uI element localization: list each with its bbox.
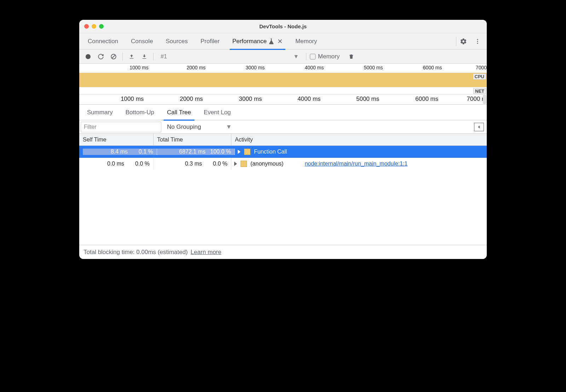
main-ruler[interactable]: 1000 ms 2000 ms 3000 ms 4000 ms 5000 ms … — [79, 94, 487, 105]
table-row[interactable]: 8.4 ms0.1 % 6872.1 ms100.0 % Function Ca… — [79, 146, 487, 158]
tab-performance[interactable]: Performance ✕ — [226, 33, 289, 50]
reload-button[interactable] — [96, 51, 106, 62]
ruler-tick: 5000 ms — [356, 94, 379, 103]
tab-label: Profiler — [201, 38, 220, 45]
grouping-selector[interactable]: No Grouping ▼ — [167, 123, 232, 131]
filter-input[interactable] — [81, 122, 161, 132]
tab-connection[interactable]: Connection — [81, 33, 125, 50]
net-overview-band: NET — [79, 87, 487, 94]
subtab-event-log[interactable]: Event Log — [197, 105, 237, 120]
settings-button[interactable] — [456, 34, 470, 48]
overview-ruler: 1000 ms 2000 ms 3000 ms 4000 ms 5000 ms … — [79, 64, 487, 73]
timeline-overview[interactable]: 1000 ms 2000 ms 3000 ms 4000 ms 5000 ms … — [79, 64, 487, 105]
filter-bar: No Grouping ▼ — [79, 120, 487, 134]
ruler-tick: 7000 — [476, 64, 487, 70]
scroll-handle[interactable] — [483, 95, 486, 104]
ruler-tick: 6000 ms — [423, 64, 442, 70]
subtab-label: Bottom-Up — [126, 109, 154, 116]
ruler-tick: 1000 ms — [121, 94, 144, 103]
net-band-label: NET — [473, 88, 486, 94]
profile-selector[interactable]: #1 ▼ — [157, 51, 302, 62]
cpu-overview-band: CPU — [79, 73, 487, 87]
ruler-tick: 5000 ms — [364, 64, 383, 70]
tab-label: Memory — [295, 38, 317, 45]
cell-activity: Function Call — [235, 149, 483, 155]
subtab-label: Event Log — [204, 109, 231, 116]
cell-self-time: 8.4 ms0.1 % — [83, 149, 157, 155]
close-tab-icon[interactable]: ✕ — [277, 38, 283, 45]
cell-total-time: 6872.1 ms100.0 % — [157, 149, 235, 155]
zoom-window-button[interactable] — [99, 24, 104, 29]
cell-self-time: 0.0 ms0.0 % — [79, 158, 154, 170]
svg-point-0 — [477, 39, 478, 40]
subtab-label: Summary — [87, 109, 113, 116]
tab-console[interactable]: Console — [125, 33, 159, 50]
ruler-tick: 3000 ms — [246, 64, 265, 70]
toggle-sidebar-button[interactable] — [474, 123, 484, 131]
tab-label: Console — [131, 38, 153, 45]
subtab-bottom-up[interactable]: Bottom-Up — [119, 105, 161, 120]
tab-label: Performance — [232, 38, 267, 45]
performance-toolbar: #1 ▼ Memory — [79, 50, 487, 64]
tab-label: Connection — [88, 38, 118, 45]
chevron-down-icon: ▼ — [293, 53, 299, 60]
svg-line-5 — [112, 55, 115, 58]
window-title: DevTools - Node.js — [79, 23, 487, 29]
traffic-lights — [79, 24, 104, 29]
upload-button[interactable] — [126, 51, 137, 62]
details-subtabs: Summary Bottom-Up Call Tree Event Log — [79, 105, 487, 120]
scripting-category-icon — [241, 161, 247, 167]
svg-point-2 — [477, 42, 478, 44]
close-window-button[interactable] — [84, 24, 89, 29]
svg-point-1 — [477, 41, 478, 42]
source-link[interactable]: node:internal/main/run_main_module:1:1 — [305, 161, 408, 167]
cpu-band-label: CPU — [473, 74, 486, 80]
cell-activity: (anonymous) node:internal/main/run_main_… — [231, 158, 487, 170]
calltree-header: Self Time Total Time Activity — [79, 134, 487, 146]
learn-more-link[interactable]: Learn more — [191, 249, 221, 256]
cell-total-time: 0.3 ms0.0 % — [154, 158, 231, 170]
ruler-tick: 2000 ms — [180, 94, 203, 103]
checkbox-icon — [310, 54, 316, 59]
expand-icon[interactable] — [238, 150, 241, 154]
activity-name: (anonymous) — [250, 161, 283, 167]
col-activity[interactable]: Activity — [231, 134, 487, 145]
svg-point-3 — [86, 54, 91, 59]
ruler-tick: 2000 ms — [186, 64, 206, 70]
scripting-category-icon — [244, 149, 250, 155]
flask-icon — [269, 39, 274, 44]
more-menu-button[interactable] — [470, 34, 485, 48]
col-self-time[interactable]: Self Time — [79, 134, 154, 145]
subtab-call-tree[interactable]: Call Tree — [161, 105, 197, 120]
main-tabs: Connection Console Sources Profiler Perf… — [79, 33, 487, 50]
tab-label: Sources — [166, 38, 187, 45]
expand-icon[interactable] — [234, 162, 237, 166]
chevron-down-icon: ▼ — [226, 123, 232, 131]
delete-profile-button[interactable] — [346, 51, 357, 62]
status-footer: Total blocking time: 0.00ms (estimated) … — [79, 245, 487, 259]
calltree-body[interactable]: 8.4 ms0.1 % 6872.1 ms100.0 % Function Ca… — [79, 146, 487, 245]
subtab-summary[interactable]: Summary — [81, 105, 119, 120]
table-row[interactable]: 0.0 ms0.0 % 0.3 ms0.0 % (anonymous) node… — [79, 158, 487, 170]
tab-memory[interactable]: Memory — [289, 33, 323, 50]
tab-sources[interactable]: Sources — [159, 33, 194, 50]
devtools-window: DevTools - Node.js Connection Console So… — [79, 20, 487, 259]
col-total-time[interactable]: Total Time — [154, 134, 231, 145]
minimize-window-button[interactable] — [92, 24, 96, 29]
ruler-tick: 4000 ms — [298, 94, 320, 103]
download-button[interactable] — [139, 51, 150, 62]
activity-name: Function Call — [254, 149, 287, 155]
profile-selected-label: #1 — [161, 53, 167, 60]
ruler-tick: 3000 ms — [239, 94, 262, 103]
ruler-tick: 1000 ms — [129, 64, 149, 70]
record-button[interactable] — [83, 51, 93, 62]
memory-checkbox[interactable]: Memory — [310, 53, 344, 60]
grouping-label: No Grouping — [167, 123, 201, 131]
blocking-time-text: Total blocking time: 0.00ms (estimated) — [83, 249, 188, 256]
clear-button[interactable] — [108, 51, 119, 62]
ruler-tick: 4000 ms — [305, 64, 324, 70]
memory-checkbox-label: Memory — [318, 53, 340, 60]
ruler-tick: 6000 ms — [415, 94, 438, 103]
tab-profiler[interactable]: Profiler — [194, 33, 226, 50]
subtab-label: Call Tree — [167, 109, 191, 116]
